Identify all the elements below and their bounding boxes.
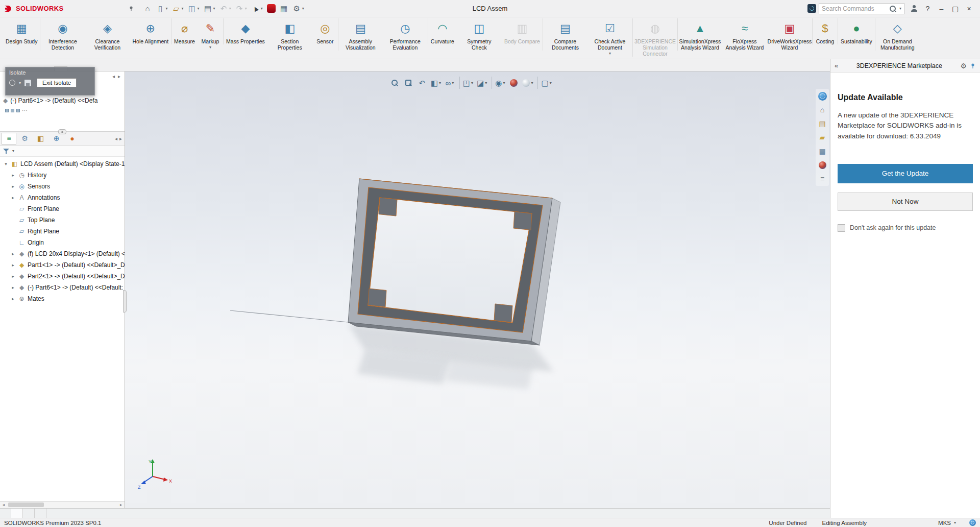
ribbon-tool[interactable]: ▦ Design Study	[3, 18, 40, 44]
tree-horizontal-scrollbar[interactable]: ◂ ▸	[0, 501, 125, 508]
lcd-bezel-model[interactable]	[125, 71, 830, 508]
options-icon[interactable]: ⚙ ▾	[290, 3, 306, 14]
tree-item[interactable]: ▸ ◆ Part2<1> -> (Default) <<Default>_D	[0, 271, 125, 282]
scrollbar-thumb[interactable]	[8, 502, 44, 507]
ribbon-tool[interactable]: ◇ On Demand Manufacturing	[875, 18, 920, 51]
ribbon-tool[interactable]: ☑ Check Active Document ▾	[587, 18, 632, 56]
file-explorer-tab[interactable]: ▰	[817, 132, 828, 142]
flyout-scroll-left-icon[interactable]: ◂	[112, 74, 115, 79]
search-dropdown-icon[interactable]: ▾	[899, 6, 901, 11]
ribbon-tool[interactable]: $ Costing	[812, 18, 838, 44]
scrollbar-left-icon[interactable]: ◂	[0, 502, 7, 507]
ribbon-tool[interactable]: ▲ SimulationXpress Analysis Wizard	[677, 18, 722, 51]
isolate-save-icon[interactable]	[24, 80, 31, 86]
search-icon[interactable]	[889, 5, 896, 12]
ribbon-tool[interactable]: ◍ 3DEXPERIENCE Simulation Connector	[632, 18, 677, 57]
ribbon-tool[interactable]: ≈ FloXpress Analysis Wizard	[722, 18, 767, 51]
tree-item[interactable]: ▸ ◷ History	[0, 170, 125, 181]
tab-scroll-left-icon[interactable]: ◂	[115, 136, 117, 141]
ribbon-tool[interactable]: ◉ Interference Detection	[40, 18, 85, 51]
search-input[interactable]	[822, 5, 887, 12]
scrollbar-right-icon[interactable]: ▸	[117, 502, 125, 507]
ribbon-tool[interactable]: ◫ Symmetry Check	[457, 18, 502, 51]
not-now-button[interactable]: Not Now	[838, 193, 973, 211]
ribbon-tool[interactable]: ◧ Section Properties	[267, 18, 312, 51]
connection-status-icon[interactable]	[969, 519, 976, 526]
panel-collapse-grip[interactable]	[123, 290, 127, 313]
pin-menubar-icon[interactable]	[128, 6, 134, 12]
units-selector[interactable]: MKS	[938, 520, 951, 526]
new-document-icon[interactable]: ▯ ▾	[154, 3, 170, 14]
tab-scroll-right-icon[interactable]: ▸	[119, 136, 122, 141]
filter-dropdown-icon[interactable]: ▾	[12, 149, 14, 153]
tree-item[interactable]: ▸ A Annotations	[0, 192, 125, 203]
search-commands-box[interactable]: ▾	[819, 3, 904, 14]
tree-item[interactable]: ▸ ◆ Part1<1> -> (Default) <<Default>_D	[0, 259, 125, 271]
exit-isolate-button[interactable]: Exit Isolate	[37, 78, 77, 87]
save-icon[interactable]: ◫ ▾	[186, 3, 202, 14]
document-tab[interactable]	[35, 509, 46, 518]
home-tab[interactable]: ⌂	[817, 105, 828, 115]
ribbon-tool[interactable]: ⌀ Measure	[171, 18, 198, 44]
menu-item[interactable]	[72, 6, 81, 11]
units-dropdown-icon[interactable]: ▾	[954, 520, 956, 525]
get-the-update-button[interactable]: Get the Update	[838, 164, 973, 183]
ribbon-tool[interactable]: ◆ Mass Properties	[223, 18, 267, 44]
dont-ask-again-checkbox[interactable]	[838, 224, 845, 232]
tree-item[interactable]: ▱ Front Plane	[0, 203, 125, 214]
collapse-task-pane-button[interactable]: «	[835, 62, 838, 69]
close-button[interactable]: ×	[962, 2, 976, 15]
help-button[interactable]: ?	[921, 2, 935, 15]
tree-item[interactable]: ▾ ◧ LCD Assem (Default) <Display State-1…	[0, 158, 125, 170]
select-icon[interactable]: ▲ ▾	[249, 3, 265, 14]
menu-item[interactable]	[81, 6, 90, 11]
design-library-tab[interactable]: ▤	[817, 118, 828, 129]
bezel-opening[interactable]	[368, 198, 532, 323]
undo-icon[interactable]: ↶ ▾	[217, 3, 233, 14]
menu-item[interactable]	[118, 6, 127, 11]
ribbon-tool[interactable]: ⊕ Hole Alignment	[130, 18, 171, 44]
open-document-icon[interactable]: ▱ ▾	[170, 3, 186, 14]
flyout-scroll-right-icon[interactable]: ▸	[118, 74, 120, 79]
tree-item[interactable]: ▸ ⊚ Mates	[0, 293, 125, 304]
tree-item[interactable]: ▸ ◆ (-) Part6<1> -> (Default) <<Default:	[0, 282, 125, 293]
document-tab[interactable]	[11, 509, 23, 518]
custom-properties-tab[interactable]: ≡	[817, 174, 828, 184]
ribbon-tool[interactable]: ✎ Markup ▾	[198, 18, 223, 50]
pin-task-pane-icon[interactable]	[970, 63, 976, 69]
ribbon-tool[interactable]: ▣ DriveWorksXpress Wizard	[767, 18, 812, 51]
menu-item[interactable]	[100, 6, 109, 11]
command-tab[interactable]	[94, 66, 107, 71]
flyout-tree-item[interactable]: ◆ (-) Part6<1> -> (Default) <<Defa	[0, 95, 125, 106]
command-tab[interactable]	[107, 66, 120, 71]
tree-item[interactable]: ▸ ◎ Sensors	[0, 181, 125, 192]
isolate-visibility-icon[interactable]	[9, 80, 15, 86]
view-palette-tab[interactable]: ▦	[817, 146, 828, 156]
pane-splitter-knob[interactable]	[58, 129, 66, 134]
3dexperience-compass-icon[interactable]	[807, 4, 816, 13]
marketplace-settings-icon[interactable]: ⚙	[960, 62, 967, 70]
3dexperience-marketplace-tab[interactable]	[817, 91, 828, 101]
redo-icon[interactable]: ↷ ▾	[233, 3, 249, 14]
ribbon-tool[interactable]: ◈ Clearance Verification	[85, 18, 130, 51]
tree-item[interactable]: ▱ Right Plane	[0, 226, 125, 237]
filter-icon[interactable]	[3, 148, 10, 154]
home-icon[interactable]: ⌂	[141, 3, 154, 14]
menu-item[interactable]	[109, 6, 118, 11]
tree-item[interactable]: ∟ Origin	[0, 237, 125, 248]
ribbon-tool[interactable]: ▥ Body Compare	[502, 18, 543, 44]
ribbon-tool[interactable]: ◷ Performance Evaluation	[383, 18, 428, 51]
account-button[interactable]	[907, 2, 921, 15]
print-icon[interactable]: ▤ ▾	[202, 3, 217, 14]
appearances-tab[interactable]	[817, 160, 828, 170]
isolate-visibility-dropdown-icon[interactable]: ▾	[19, 81, 21, 85]
restore-button[interactable]: ▢	[948, 2, 962, 15]
ribbon-tool[interactable]: ● Sustainability	[838, 18, 875, 44]
minimize-button[interactable]: –	[935, 2, 948, 15]
menu-item[interactable]	[90, 6, 100, 11]
ribbon-tool[interactable]: ◠ Curvature	[428, 18, 457, 44]
xpress-products-icon[interactable]	[265, 3, 278, 14]
ribbon-tool[interactable]: ▤ Assembly Visualization	[338, 18, 383, 51]
tree-item[interactable]: ▸ ◆ (f) LCD 20x4 Display<1> (Default) <<	[0, 248, 125, 259]
graphics-area[interactable]: ↶ ◧ ▾ ∞ ▾ ◰ ▾	[125, 71, 830, 508]
